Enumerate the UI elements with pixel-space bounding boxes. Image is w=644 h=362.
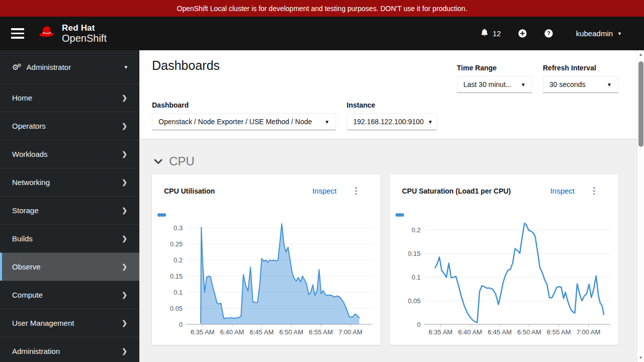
time-range-label: Time Range (457, 64, 532, 72)
svg-text:0.05: 0.05 (408, 297, 421, 305)
masthead: Red Hat OpenShift 12 ? (0, 17, 644, 50)
help-question-circle-icon[interactable]: ? (544, 29, 553, 38)
sidebar-item-user-management[interactable]: User Management❯ (0, 309, 139, 337)
svg-text:6:55 AM: 6:55 AM (547, 328, 571, 336)
hamburger-menu-icon[interactable] (11, 28, 24, 39)
add-plus-circle-icon[interactable] (518, 29, 527, 38)
sidebar-item-label: Compute (12, 291, 43, 299)
redhat-fedora-icon (37, 25, 57, 42)
sidebar-nav-items: Home❯Operators❯Workloads❯Networking❯Stor… (0, 83, 139, 362)
svg-text:6:45 AM: 6:45 AM (250, 328, 274, 336)
main-scrollbar-thumb[interactable] (638, 61, 643, 147)
svg-text:0.25: 0.25 (170, 240, 183, 248)
sidebar-item-operators[interactable]: Operators❯ (0, 112, 139, 140)
sidebar-item-administration[interactable]: Administration❯ (0, 337, 139, 362)
svg-text:6:40 AM: 6:40 AM (458, 328, 482, 336)
cpu-utilisation-card: CPU Utilisation Inspect ⋮ 00.050.10.150.… (152, 174, 380, 345)
svg-text:6:40 AM: 6:40 AM (220, 328, 245, 336)
legend-overflow-dots[interactable] (395, 213, 404, 217)
sidebar-item-label: Workloads (12, 150, 48, 158)
brand-product: OpenShift (62, 33, 107, 44)
caret-down-icon: ▼ (617, 31, 622, 36)
notifications-button[interactable]: 12 (480, 28, 501, 39)
svg-text:6:45 AM: 6:45 AM (488, 328, 512, 336)
chevron-down-icon (154, 159, 163, 164)
cpu-utilisation-chart: 00.050.10.150.20.250.36:35 AM6:40 AM6:45… (155, 217, 376, 337)
section-title: CPU (169, 154, 195, 168)
instance-select[interactable]: 192.168.122.100:9100 ▼ (347, 113, 437, 130)
sidebar-item-compute[interactable]: Compute❯ (0, 281, 139, 309)
caret-down-icon: ▼ (325, 119, 330, 125)
svg-text:0.15: 0.15 (170, 273, 183, 280)
brand-name: Red Hat (62, 23, 107, 33)
cpu-section-toggle[interactable]: CPU (154, 154, 195, 168)
sidebar-item-label: Storage (12, 206, 39, 215)
sidebar-nav: ⚙⚙ Administrator ▾ Home❯Operators❯Worklo… (0, 50, 139, 362)
cpu-saturation-chart: 00.050.10.150.26:35 AM6:40 AM6:45 AM6:50… (393, 217, 614, 337)
svg-text:6:35 AM: 6:35 AM (191, 328, 215, 336)
refresh-interval-select[interactable]: 30 seconds ▼ (543, 76, 618, 93)
svg-text:0.05: 0.05 (170, 305, 183, 312)
svg-text:?: ? (547, 30, 550, 36)
caret-down-icon: ▾ (124, 64, 127, 70)
main-scrollbar[interactable]: ▲ ▼ (637, 50, 644, 362)
chevron-right-icon: ❯ (122, 263, 127, 270)
sidebar-item-builds[interactable]: Builds❯ (0, 224, 139, 252)
svg-text:0: 0 (179, 321, 183, 328)
dashboard-select[interactable]: Openstack / Node Exporter / USE Method /… (152, 113, 336, 130)
chevron-right-icon: ❯ (122, 235, 127, 242)
card-title: CPU Utilisation (164, 187, 215, 195)
svg-text:6:55 AM: 6:55 AM (309, 328, 333, 336)
bell-icon (480, 28, 489, 39)
time-range-value: Last 30 minut... (463, 80, 512, 88)
chevron-right-icon: ❯ (122, 291, 127, 299)
svg-text:6:35 AM: 6:35 AM (429, 328, 453, 336)
svg-text:0.1: 0.1 (174, 289, 183, 296)
caret-down-icon: ▼ (521, 82, 526, 87)
time-range-select[interactable]: Last 30 minut... ▼ (457, 76, 532, 93)
svg-text:0.2: 0.2 (412, 226, 421, 234)
sidebar-item-label: User Management (12, 319, 74, 327)
cogs-icon: ⚙⚙ (12, 63, 22, 71)
svg-text:6:50 AM: 6:50 AM (279, 328, 303, 336)
chevron-right-icon: ❯ (122, 94, 127, 102)
svg-text:0.3: 0.3 (174, 224, 183, 232)
sidebar-item-home[interactable]: Home❯ (0, 83, 139, 112)
dev-warning-banner: OpenShift Local cluster is for developme… (0, 0, 644, 17)
sidebar-item-workloads[interactable]: Workloads❯ (0, 140, 139, 168)
kebab-menu-icon[interactable]: ⋮ (590, 187, 598, 195)
instance-label: Instance (347, 101, 437, 109)
inspect-link[interactable]: Inspect (550, 187, 575, 195)
inspect-link[interactable]: Inspect (312, 187, 337, 195)
chevron-right-icon: ❯ (122, 178, 127, 186)
svg-text:6:50 AM: 6:50 AM (517, 328, 541, 336)
sidebar-item-label: Observe (12, 262, 41, 271)
chevron-right-icon: ❯ (122, 207, 127, 214)
brand-logo: Red Hat OpenShift (37, 23, 107, 44)
card-title: CPU Saturation (Load1 per CPU) (402, 187, 511, 195)
sidebar-item-storage[interactable]: Storage❯ (0, 196, 139, 224)
scroll-down-arrow-icon[interactable]: ▼ (637, 355, 644, 360)
sidebar-item-label: Builds (12, 234, 33, 243)
sidebar-item-label: Home (12, 94, 32, 102)
dashboard-label: Dashboard (152, 101, 336, 109)
svg-text:0.15: 0.15 (408, 250, 421, 257)
scroll-up-arrow-icon[interactable]: ▲ (637, 52, 644, 57)
user-menu[interactable]: kubeadmin ▼ (576, 29, 622, 38)
perspective-label: Administrator (27, 63, 71, 71)
caret-down-icon: ▼ (428, 119, 433, 125)
sidebar-item-networking[interactable]: Networking❯ (0, 168, 139, 196)
svg-text:0.2: 0.2 (174, 256, 183, 264)
svg-text:0: 0 (417, 321, 421, 328)
perspective-switcher[interactable]: ⚙⚙ Administrator ▾ (0, 50, 139, 83)
cpu-saturation-card: CPU Saturation (Load1 per CPU) Inspect ⋮… (390, 174, 618, 345)
refresh-interval-value: 30 seconds (549, 80, 586, 88)
chevron-right-icon: ❯ (122, 122, 127, 130)
legend-overflow-dots[interactable] (157, 213, 166, 217)
instance-value: 192.168.122.100:9100 (353, 118, 424, 126)
caret-down-icon: ▼ (607, 82, 612, 87)
username: kubeadmin (576, 29, 613, 38)
kebab-menu-icon[interactable]: ⋮ (352, 187, 360, 195)
sidebar-item-observe[interactable]: Observe❯ (0, 252, 139, 281)
chevron-right-icon: ❯ (122, 347, 127, 355)
